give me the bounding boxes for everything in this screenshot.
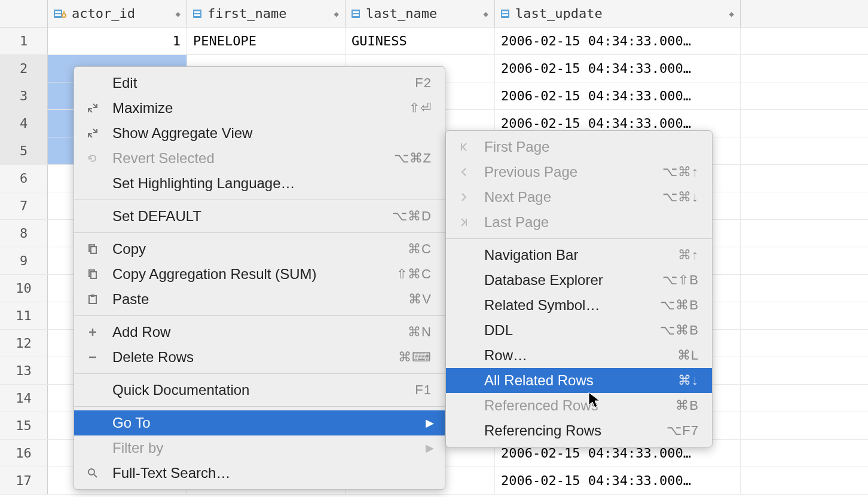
svg-point-20 [88,469,94,475]
submenu-previous-page: Previous Page ⌥⌘↑ [446,159,712,185]
row-number[interactable]: 6 [0,165,48,192]
submenu-label: DDL [484,322,660,339]
row-number[interactable]: 5 [0,137,48,164]
cell-actor-id[interactable]: 1 [48,27,187,54]
row-number[interactable]: 17 [0,467,48,494]
row-number[interactable]: 2 [0,55,48,82]
cell-spacer [741,27,868,54]
goto-submenu: First Page Previous Page ⌥⌘↑ Next Page ⌥… [445,130,713,447]
cell-spacer [741,192,868,219]
menu-label: Edit [112,75,415,91]
row-number[interactable]: 9 [0,247,48,274]
row-number[interactable]: 13 [0,357,48,384]
chevron-right-icon [459,192,476,202]
row-number[interactable]: 16 [0,440,48,467]
menu-label: Show Aggregate View [112,125,432,142]
menu-delete-rows[interactable]: Delete Rows ⌘⌨ [74,345,445,370]
submenu-label: Next Page [484,189,662,205]
svg-rect-7 [194,14,200,16]
col-header-actor-id[interactable]: actor_id ◆ [48,0,187,27]
col-header-first-name[interactable]: first_name ◆ [187,0,346,27]
cell-first-name[interactable]: PENELOPE [187,27,346,54]
svg-rect-15 [91,247,96,253]
menu-shortcut: ⌘V [408,292,432,307]
submenu-shortcut: ⌘↑ [678,247,699,263]
menu-quick-documentation[interactable]: Quick Documentation F1 [74,378,445,403]
svg-rect-5 [193,10,201,18]
submenu-related-symbol[interactable]: Related Symbol… ⌥⌘B [446,293,712,318]
menu-label: Quick Documentation [112,382,415,398]
submenu-referencing-rows[interactable]: Referencing Rows ⌥F7 [446,418,712,443]
cell-last-update[interactable]: 2006-02-15 04:34:33.000… [495,55,741,82]
submenu-shortcut: ⌘↓ [678,373,699,388]
sort-icon[interactable]: ◆ [176,9,181,19]
cell-spacer [741,357,868,384]
search-icon [87,468,104,478]
cell-last-update[interactable]: 2006-02-15 04:34:33.000… [495,467,741,494]
submenu-shortcut: ⌘B [676,398,699,413]
menu-separator [446,238,712,239]
submenu-arrow-icon: ▶ [426,441,434,455]
cell-last-update[interactable]: 2006-02-15 04:34:33.000… [495,82,741,109]
cell-spacer [741,55,868,82]
menu-add-row[interactable]: Add Row ⌘N [74,320,445,345]
row-number[interactable]: 7 [0,192,48,219]
row-number[interactable]: 10 [0,275,48,302]
sort-icon[interactable]: ◆ [334,9,339,19]
submenu-row[interactable]: Row… ⌘L [446,343,712,368]
menu-shortcut: ⇧⏎ [409,100,432,116]
submenu-ddl[interactable]: DDL ⌥⌘B [446,318,712,343]
menu-edit[interactable]: Edit F2 [74,70,445,96]
submenu-next-page: Next Page ⌥⌘↓ [446,185,712,210]
cell-spacer [741,385,868,412]
menu-copy-aggregation[interactable]: Copy Aggregation Result (SUM) ⇧⌘C [74,262,445,287]
row-number[interactable]: 8 [0,220,48,247]
cell-spacer [741,302,868,329]
menu-separator [74,200,445,200]
submenu-shortcut: ⌘L [677,348,699,363]
menu-shortcut: F2 [415,75,432,91]
cell-spacer [741,412,868,439]
row-number[interactable]: 11 [0,302,48,329]
menu-go-to[interactable]: Go To ▶ [74,410,445,435]
row-number[interactable]: 1 [0,27,48,54]
submenu-database-explorer[interactable]: Database Explorer ⌥⇧B [446,268,712,293]
submenu-shortcut: ⌥⌘↓ [662,189,699,205]
column-icon [193,9,203,19]
submenu-all-related-rows[interactable]: All Related Rows ⌘↓ [446,368,712,393]
svg-rect-1 [55,11,61,13]
sort-icon[interactable]: ◆ [729,9,734,19]
cell-last-name[interactable]: GUINESS [346,27,495,54]
row-number[interactable]: 15 [0,412,48,439]
menu-shortcut: ⌥⌘D [392,208,432,224]
table-row[interactable]: 1 1 PENELOPE GUINESS 2006-02-15 04:34:33… [0,27,868,55]
submenu-label: Previous Page [484,164,662,180]
cell-spacer [741,165,868,192]
menu-show-aggregate[interactable]: Show Aggregate View [74,121,445,146]
row-number[interactable]: 12 [0,330,48,357]
submenu-label: Related Symbol… [484,297,660,314]
row-number[interactable]: 14 [0,385,48,412]
row-number[interactable]: 3 [0,82,48,109]
col-header-last-name[interactable]: last_name ◆ [346,0,495,27]
context-menu: Edit F2 Maximize ⇧⏎ Show Aggregate View … [74,66,445,490]
cell-spacer [741,440,868,467]
menu-set-highlighting[interactable]: Set Highlighting Language… [74,171,445,196]
submenu-label: Referenced Rows [484,397,676,414]
svg-rect-2 [55,14,61,16]
svg-rect-11 [501,10,509,18]
plus-icon [87,327,104,338]
menu-maximize[interactable]: Maximize ⇧⏎ [74,96,445,121]
cell-last-update[interactable]: 2006-02-15 04:34:33.000… [495,27,741,54]
menu-paste[interactable]: Paste ⌘V [74,287,445,312]
menu-set-default[interactable]: Set DEFAULT ⌥⌘D [74,204,445,229]
submenu-shortcut: ⌥⌘↑ [662,164,699,180]
menu-separator [74,232,445,233]
col-header-last-update[interactable]: last_update ◆ [495,0,741,27]
menu-full-text-search[interactable]: Full-Text Search… [74,461,445,486]
menu-filter-by: Filter by ▶ [74,435,445,461]
menu-copy[interactable]: Copy ⌘C [74,237,445,262]
submenu-navigation-bar[interactable]: Navigation Bar ⌘↑ [446,243,712,268]
sort-icon[interactable]: ◆ [484,9,488,19]
row-number[interactable]: 4 [0,110,48,137]
